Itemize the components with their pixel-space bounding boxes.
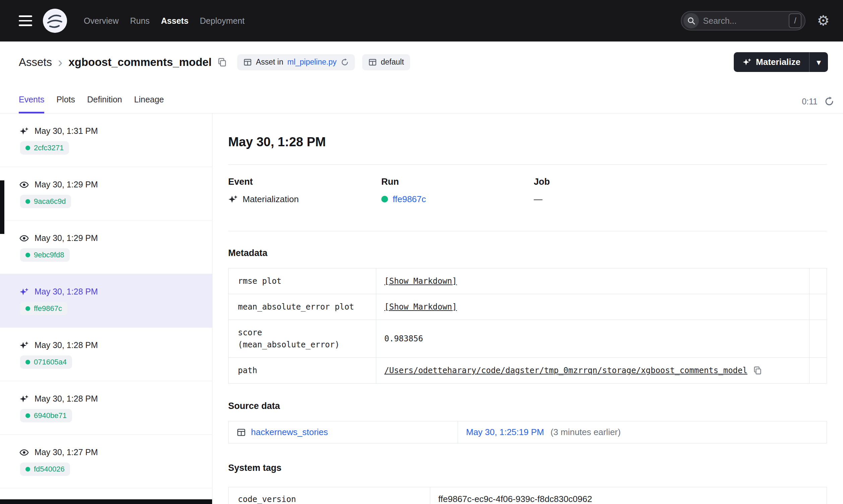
system-tags-heading: System tags — [228, 462, 827, 473]
source-data-table: hackernews_stories May 30, 1:25:19 PM (3… — [228, 421, 827, 444]
run-status-dot — [25, 306, 30, 311]
asset-group-badge[interactable]: default — [362, 54, 410, 70]
event-list-item-3-selected[interactable]: May 30, 1:28 PM ffe9867c — [0, 274, 212, 328]
nav-runs[interactable]: Runs — [130, 16, 150, 26]
metadata-value: 0.983856 — [376, 320, 809, 358]
scrollbar-vertical-thumb[interactable] — [0, 180, 4, 234]
reload-definition-icon[interactable] — [341, 58, 349, 66]
tab-definition[interactable]: Definition — [87, 95, 122, 113]
run-id: fd540026 — [34, 465, 65, 473]
event-time: May 30, 1:27 PM — [35, 447, 98, 457]
job-value: — — [534, 194, 827, 205]
source-time-note: (3 minutes earlier) — [550, 427, 621, 437]
breadcrumb-assets-link[interactable]: Assets — [19, 56, 52, 69]
top-nav: Overview Runs Assets Deployment / ⚙ — [0, 0, 843, 41]
run-link[interactable]: ffe9867c — [393, 194, 426, 205]
materialize-split-button: Materialize ▾ — [734, 52, 828, 72]
tab-plots[interactable]: Plots — [56, 95, 75, 113]
source-time-link[interactable]: May 30, 1:25:19 PM — [466, 427, 544, 437]
tab-events[interactable]: Events — [19, 95, 44, 113]
search-icon — [684, 13, 699, 29]
copy-path-icon[interactable] — [753, 366, 762, 375]
materialize-dropdown-caret[interactable]: ▾ — [809, 52, 828, 72]
event-time: May 30, 1:28 PM — [35, 394, 98, 403]
event-time: May 30, 1:29 PM — [35, 233, 98, 243]
show-markdown-link[interactable]: [Show Markdown] — [384, 302, 457, 311]
metadata-key: path — [228, 358, 376, 383]
primary-nav: Overview Runs Assets Deployment — [84, 16, 245, 26]
system-tag-key: code_version — [228, 487, 430, 504]
materialize-button[interactable]: Materialize — [734, 52, 809, 72]
materialization-icon — [19, 341, 29, 350]
source-asset-link[interactable]: hackernews_stories — [251, 427, 328, 437]
run-id: 6940be71 — [34, 411, 67, 420]
group-name: default — [381, 57, 404, 67]
search-shortcut-key: / — [789, 13, 802, 28]
run-tag[interactable]: 071605a4 — [20, 355, 72, 369]
chevron-right-icon: › — [52, 56, 68, 69]
copy-asset-name-icon[interactable] — [217, 57, 227, 67]
tab-bar: Events Plots Definition Lineage 0:11 — [0, 80, 843, 113]
observation-eye-icon — [19, 180, 29, 190]
event-list-item-6[interactable]: May 30, 1:27 PM fd540026 — [0, 435, 212, 488]
materialization-icon — [19, 394, 29, 403]
refresh-area: 0:11 — [802, 96, 834, 113]
dagster-app: Overview Runs Assets Deployment / ⚙ Asse… — [0, 0, 843, 504]
system-tag-value: ffe9867c-ec9c-4f06-939c-f8dc830c0962 — [430, 487, 827, 504]
run-status-dot — [381, 196, 388, 202]
asset-definition-badge[interactable]: Asset in ml_pipeline.py — [237, 54, 355, 70]
breadcrumb: Assets › xgboost_comments_model Asset in… — [19, 54, 410, 70]
asset-in-label: Asset in — [256, 57, 283, 67]
show-markdown-link[interactable]: [Show Markdown] — [384, 276, 457, 286]
run-tag[interactable]: 9ebc9fd8 — [20, 248, 70, 262]
tab-lineage[interactable]: Lineage — [134, 95, 164, 113]
run-tag[interactable]: fd540026 — [20, 463, 70, 476]
asset-file-link[interactable]: ml_pipeline.py — [287, 57, 337, 67]
materialization-icon — [19, 287, 29, 296]
event-timestamp-title: May 30, 1:28 PM — [228, 134, 827, 149]
run-id: 2cfc3271 — [34, 144, 64, 152]
observation-eye-icon — [19, 448, 29, 457]
event-list-item-4[interactable]: May 30, 1:28 PM 071605a4 — [0, 328, 212, 381]
event-list-item-0[interactable]: May 30, 1:31 PM 2cfc3271 — [0, 113, 212, 167]
run-column-header: Run — [381, 176, 534, 187]
run-id: ffe9867c — [34, 304, 62, 313]
source-data-heading: Source data — [228, 400, 827, 412]
content: May 30, 1:31 PM 2cfc3271 May 30, 1:29 PM… — [0, 113, 843, 504]
table-row: code_version ffe9867c-ec9c-4f06-939c-f8d… — [228, 487, 827, 504]
event-list-item-1[interactable]: May 30, 1:29 PM 9aca6c9d — [0, 167, 212, 220]
event-time: May 30, 1:28 PM — [35, 287, 98, 296]
search-box[interactable]: / — [681, 11, 806, 31]
materialization-icon — [228, 195, 238, 204]
job-column-header: Job — [534, 176, 827, 187]
run-tag[interactable]: 9aca6c9d — [20, 195, 71, 208]
refresh-icon[interactable] — [824, 96, 834, 106]
run-tag[interactable]: ffe9867c — [20, 302, 67, 315]
event-list-item-5[interactable]: May 30, 1:28 PM 6940be71 — [0, 381, 212, 435]
run-tag[interactable]: 6940be71 — [20, 409, 72, 422]
event-list-item-2[interactable]: May 30, 1:29 PM 9ebc9fd8 — [0, 220, 212, 274]
nav-overview[interactable]: Overview — [84, 16, 119, 26]
table-row: path /Users/odetteharary/code/dagster/tm… — [228, 358, 827, 383]
event-list: May 30, 1:31 PM 2cfc3271 May 30, 1:29 PM… — [0, 113, 212, 504]
nav-assets[interactable]: Assets — [161, 16, 189, 26]
run-id: 9ebc9fd8 — [34, 251, 64, 259]
dagster-swirl-icon — [43, 9, 67, 33]
path-link[interactable]: /Users/odetteharary/code/dagster/tmp_0mz… — [384, 364, 747, 377]
menu-icon[interactable] — [19, 15, 32, 26]
table-row: hackernews_stories May 30, 1:25:19 PM (3… — [228, 421, 827, 444]
dagster-logo[interactable] — [43, 9, 67, 33]
run-status-dot — [25, 199, 30, 204]
metadata-heading: Metadata — [228, 247, 827, 259]
table-row: mean_absolute_error plot [Show Markdown] — [228, 294, 827, 320]
run-tag[interactable]: 2cfc3271 — [20, 141, 69, 155]
observation-eye-icon — [19, 234, 29, 243]
divider — [228, 164, 827, 165]
sparkle-icon — [742, 57, 752, 67]
run-status-dot — [25, 467, 30, 471]
scrollbar-horizontal-track[interactable] — [0, 499, 212, 504]
settings-gear-icon[interactable]: ⚙ — [817, 14, 830, 28]
nav-deployment[interactable]: Deployment — [200, 16, 245, 26]
search-input[interactable] — [699, 16, 789, 26]
event-time: May 30, 1:28 PM — [35, 340, 98, 350]
